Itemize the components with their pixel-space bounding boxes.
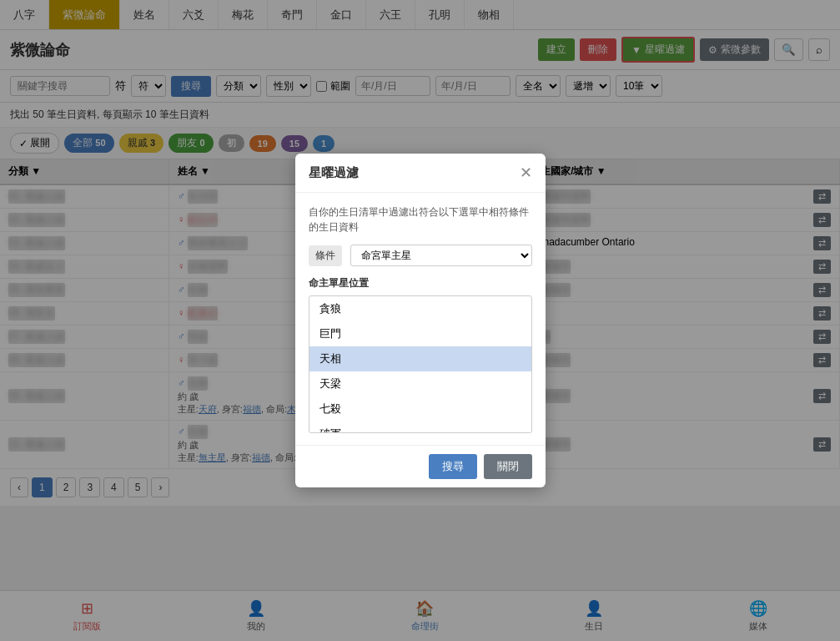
- modal-close-button[interactable]: 關閉: [484, 454, 532, 479]
- list-item-tianxiang[interactable]: 天相: [309, 346, 531, 371]
- modal-title: 星曜過濾: [309, 165, 359, 181]
- modal-search-button[interactable]: 搜尋: [429, 454, 477, 479]
- list-item-jumen[interactable]: 巨門: [309, 321, 531, 346]
- modal-close-x-button[interactable]: ✕: [520, 164, 532, 182]
- modal-overlay[interactable]: 星曜過濾 ✕ 自你的生日清單中過濾出符合以下選單中相符條件的生日資料 條件 命宮…: [0, 0, 840, 641]
- modal-condition-select[interactable]: 命宮單主星 身宮主星 命宮雙主星: [350, 245, 532, 266]
- list-item-tanlang[interactable]: 貪狼: [309, 296, 531, 321]
- modal-description: 自你的生日清單中過濾出符合以下選單中相符條件的生日資料: [309, 204, 532, 235]
- list-item-tianliang[interactable]: 天梁: [309, 371, 531, 396]
- modal-condition-row: 條件 命宮單主星 身宮主星 命宮雙主星: [309, 245, 532, 266]
- modal-footer: 搜尋 關閉: [295, 445, 546, 487]
- modal-header: 星曜過濾 ✕: [295, 154, 546, 193]
- modal-body: 自你的生日清單中過濾出符合以下選單中相符條件的生日資料 條件 命宮單主星 身宮主…: [295, 193, 546, 445]
- modal-condition-label: 條件: [309, 245, 342, 266]
- list-item-qisha[interactable]: 七殺: [309, 396, 531, 421]
- modal-listbox[interactable]: 貪狼 巨門 天相 天梁 七殺 破軍: [309, 295, 532, 433]
- modal-list-label: 命主單星位置: [309, 276, 532, 290]
- list-item-pojun[interactable]: 破軍: [309, 421, 531, 433]
- filter-modal: 星曜過濾 ✕ 自你的生日清單中過濾出符合以下選單中相符條件的生日資料 條件 命宮…: [295, 154, 546, 487]
